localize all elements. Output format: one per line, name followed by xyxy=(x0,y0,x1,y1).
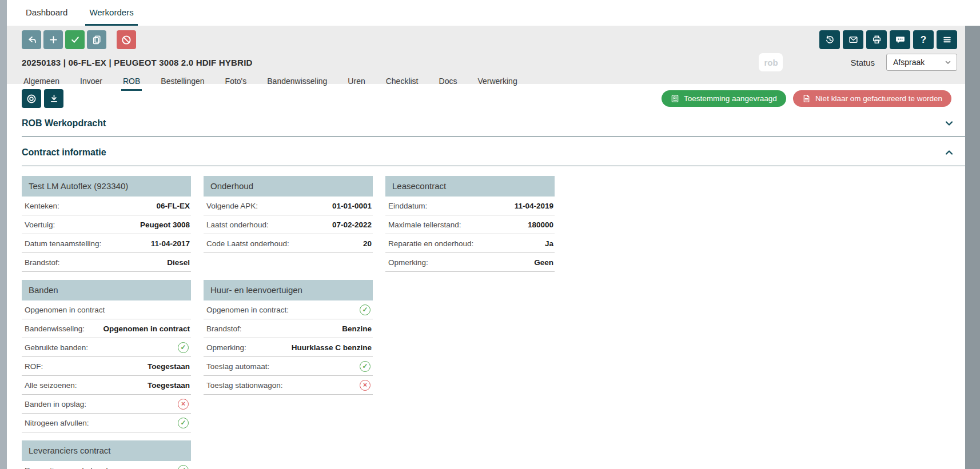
rob-tab-content: Toestemming aangevraagd Niet klaar om ge… xyxy=(7,84,965,469)
card-row: Opgenomen in contract xyxy=(22,300,191,319)
row-label: Laatst onderhoud: xyxy=(206,221,269,229)
check-circle-icon: ✓ xyxy=(178,342,189,353)
cancel-button[interactable] xyxy=(117,30,136,49)
question-icon: ? xyxy=(921,34,926,46)
check-circle-icon: ✓ xyxy=(178,418,189,428)
section-title: Contract informatie xyxy=(22,147,106,158)
menu-button[interactable] xyxy=(937,30,957,49)
back-button[interactable] xyxy=(22,30,41,49)
row-label: Datum tenaamstelling: xyxy=(25,239,101,248)
card-leasecontract: LeasecontractEinddatum:11-04-2019Maximal… xyxy=(385,176,555,272)
toolbar: ? 20250183 | 06-FL-EX | PEUGEOT 3008 2.0… xyxy=(7,26,965,84)
section-rob-werkopdracht[interactable]: ROB Werkopdracht xyxy=(22,108,965,137)
chevron-down-icon xyxy=(945,59,951,66)
tab-docs[interactable]: Docs xyxy=(437,77,459,91)
section-divider xyxy=(22,166,965,166)
main-area: Dashboard Werkorders xyxy=(7,0,965,469)
printer-icon xyxy=(871,34,882,45)
card-row: Toeslag stationwagon:× xyxy=(204,376,373,395)
status-select[interactable]: Afspraak xyxy=(886,54,957,71)
card-row: ROF:Toegestaan xyxy=(22,357,191,376)
card-row: Datum tenaamstelling:11-04-2017 xyxy=(22,234,191,253)
check-icon xyxy=(70,34,81,45)
confirm-button[interactable] xyxy=(65,30,85,49)
card-row: Brandstof:Diesel xyxy=(22,253,191,272)
card-row: Gebruikte banden:✓ xyxy=(22,338,191,357)
mail-button[interactable] xyxy=(843,30,863,49)
row-value: Huurklasse C benzine xyxy=(292,343,372,352)
row-value: 11-04-2017 xyxy=(151,239,190,248)
hamburger-icon xyxy=(942,34,953,45)
copy-button[interactable] xyxy=(87,30,106,49)
card-row: Maximale tellerstand:180000 xyxy=(385,215,555,234)
row-label: Opmerking: xyxy=(388,258,428,267)
row-value: Ja xyxy=(545,239,553,248)
card-row: Reparatie en onderhoud:Ja xyxy=(385,234,555,253)
tab-verwerking[interactable]: Verwerking xyxy=(476,77,519,91)
download-icon xyxy=(49,93,59,104)
niet-klaar-badge[interactable]: Niet klaar om gefactureerd te worden xyxy=(793,90,951,107)
row-label: Maximale tellerstand: xyxy=(388,221,461,229)
card-huur-en-leenvoertuigen: Huur- en leenvoertuigenOpgenomen in cont… xyxy=(204,280,373,395)
target-icon xyxy=(26,93,37,105)
row-label: Reparatie en onderhoud: xyxy=(388,239,473,248)
row-label: Einddatum: xyxy=(388,202,427,210)
card-row: Opmerking:Huurklasse C benzine xyxy=(204,338,373,357)
view-button[interactable] xyxy=(22,89,41,108)
chevron-up-icon[interactable] xyxy=(943,147,955,158)
card-header: Onderhoud xyxy=(204,176,373,197)
toestemming-badge[interactable]: Toestemming aangevraagd xyxy=(662,90,786,107)
section-title: ROB Werkopdracht xyxy=(22,118,106,129)
tab-foto-s[interactable]: Foto's xyxy=(224,77,249,91)
scrollbar-track[interactable] xyxy=(965,26,980,469)
card-row: Kenteken:06-FL-EX xyxy=(22,197,191,215)
tab-checklist[interactable]: Checklist xyxy=(384,77,420,91)
row-label: Opmerking: xyxy=(206,343,246,352)
mail-icon xyxy=(848,34,859,45)
tab-bandenwisseling[interactable]: Bandenwisseling xyxy=(265,77,329,91)
row-label: Bandenwisseling: xyxy=(25,324,85,333)
tab-bestellingen[interactable]: Bestellingen xyxy=(159,77,206,91)
tab-dashboard[interactable]: Dashboard xyxy=(22,0,71,26)
row-label: Reparatie en onderhoud: xyxy=(25,466,110,469)
row-value: 01-01-0001 xyxy=(332,202,372,210)
workorder-title: 20250183 | 06-FL-EX | PEUGEOT 3008 2.0 H… xyxy=(22,58,253,67)
section-contract-informatie[interactable]: Contract informatie xyxy=(22,137,965,166)
ban-icon xyxy=(121,34,132,46)
help-button[interactable]: ? xyxy=(913,30,934,49)
print-button[interactable] xyxy=(866,30,887,49)
content-action-bar: Toestemming aangevraagd Niet klaar om ge… xyxy=(22,89,965,108)
row-label: Gebruikte banden: xyxy=(25,343,88,352)
card-row: Code Laatst onderhoud:20 xyxy=(204,234,373,253)
plus-icon xyxy=(48,34,59,45)
chat-button[interactable] xyxy=(890,30,910,49)
copy-icon xyxy=(91,34,102,45)
download-button[interactable] xyxy=(44,89,63,108)
tab-invoer[interactable]: Invoer xyxy=(78,77,104,91)
card-row: Nitrogeen afvullen:✓ xyxy=(22,414,191,432)
row-value: Opgenomen in contract xyxy=(103,324,190,333)
row-label: Toeslag stationwagon: xyxy=(206,381,283,390)
card-row: Einddatum:11-04-2019 xyxy=(385,197,555,215)
row-value: 11-04-2019 xyxy=(515,202,553,210)
card-onderhoud: OnderhoudVolgende APK:01-01-0001Laatst o… xyxy=(204,176,373,253)
werkorder-page: Dashboard Werkorders xyxy=(0,0,980,469)
row-label: Kenteken: xyxy=(25,202,59,210)
tab-werkorders[interactable]: Werkorders xyxy=(85,0,137,26)
add-button[interactable] xyxy=(43,30,63,49)
status-select-value: Afspraak xyxy=(893,58,925,67)
document-icon xyxy=(802,94,811,103)
card-row: Brandstof:Benzine xyxy=(204,319,373,338)
chevron-down-icon[interactable] xyxy=(943,118,955,129)
row-value: 180000 xyxy=(528,221,553,229)
card-row: Volgende APK:01-01-0001 xyxy=(204,197,373,215)
tab-rob[interactable]: ROB xyxy=(121,77,142,91)
toolbar-button-row: ? xyxy=(22,30,957,49)
history-button[interactable] xyxy=(819,30,840,49)
row-value: Geen xyxy=(534,258,553,267)
row-label: Alle seizoenen: xyxy=(25,381,77,390)
row-value: Benzine xyxy=(342,324,372,333)
card-row: Laatst onderhoud:07-02-2022 xyxy=(204,215,373,234)
row-label: Nitrogeen afvullen: xyxy=(25,419,89,427)
tab-uren[interactable]: Uren xyxy=(346,77,366,91)
